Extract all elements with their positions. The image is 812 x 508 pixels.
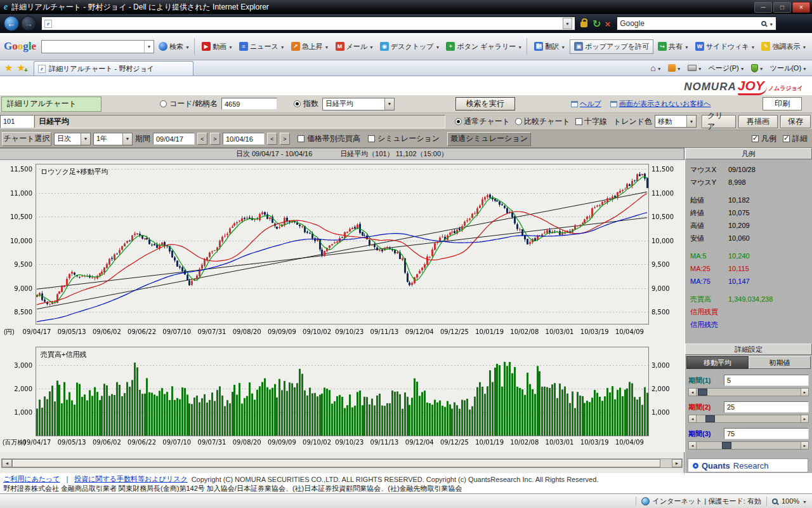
page-menu-button[interactable]: ページ(P) (706, 63, 747, 74)
print-button[interactable] (685, 64, 705, 72)
scrollbar-track[interactable] (660, 459, 672, 467)
maximize-button[interactable]: □ (773, 2, 791, 13)
gtoolbar-item-news[interactable]: ≡ ニュース (237, 41, 287, 53)
browser-tab[interactable]: 詳細リアルチャート - 野村ジョイ (34, 61, 193, 76)
gtoolbar-item-gallery[interactable]: + ボタン ギャラリー (444, 41, 524, 53)
save-button[interactable]: 保存 (780, 115, 811, 128)
minimize-button[interactable]: ─ (754, 2, 772, 13)
scrollbar-thumb[interactable] (12, 459, 660, 467)
address-dropdown-arrow[interactable] (563, 18, 572, 29)
frequency-select[interactable]: 日次 (54, 133, 91, 145)
zoom-dropdown-arrow[interactable] (802, 497, 807, 505)
period2-slider[interactable]: ◄ ► (688, 415, 809, 423)
span-select[interactable]: 1年 (93, 133, 133, 145)
gtoolbar-item-highlight[interactable]: ✎ 強調表示 (759, 41, 808, 53)
index-radio[interactable] (294, 100, 301, 107)
research-text: Research (733, 461, 769, 471)
legend-label: 終値 (690, 208, 728, 218)
compare-chart-radio[interactable] (515, 118, 522, 125)
price-band-checkbox[interactable] (298, 135, 304, 142)
help-link[interactable]: ヘルプ (580, 99, 601, 109)
slider-right-arrow[interactable]: ► (801, 388, 809, 396)
optimal-simulation-button[interactable]: 最適シミュレーション (447, 132, 531, 146)
add-favorite-icon[interactable] (16, 62, 25, 74)
allow-popup-button[interactable]: ▣ ポップアップを許可 (570, 39, 653, 54)
code-radio[interactable] (160, 100, 167, 107)
window-title: 詳細リアルチャート - 野村ジョイ - Dell により提供された Intern… (11, 2, 269, 13)
slider-left-arrow[interactable]: ◄ (688, 415, 697, 423)
slider-left-arrow[interactable]: ◄ (688, 388, 697, 396)
slider-track[interactable] (697, 415, 801, 423)
search-box[interactable]: Google (617, 17, 776, 30)
period2-input[interactable]: 25 (724, 401, 809, 413)
gtoolbar-item-mail[interactable]: M メール (334, 41, 376, 53)
terms-link[interactable]: ご利用にあたって (3, 474, 60, 484)
home-button[interactable] (648, 62, 664, 74)
date-to-prev-button[interactable]: < (267, 133, 277, 145)
period1-slider[interactable]: ◄ ► (688, 388, 809, 396)
slider-thumb[interactable] (722, 442, 731, 449)
detail-checkbox[interactable] (783, 135, 790, 142)
clear-button[interactable]: クリア (702, 115, 736, 128)
gtoolbar-item-trending[interactable]: ↗ 急上昇 (289, 41, 331, 53)
redraw-button[interactable]: 再描画 (738, 115, 778, 128)
slider-thumb[interactable] (698, 389, 707, 396)
slider-right-arrow[interactable]: ► (801, 415, 809, 423)
legend-label: 始値 (690, 196, 728, 205)
date-from-input[interactable]: 09/04/17 (153, 133, 195, 145)
date-to-next-button[interactable]: > (280, 133, 290, 145)
gtoolbar-item-video[interactable]: ▶ 動画 (200, 41, 235, 53)
refresh-button[interactable] (593, 18, 601, 30)
forward-button[interactable] (21, 16, 36, 31)
volume-chart-canvas[interactable] (0, 343, 684, 452)
price-chart-canvas[interactable] (0, 160, 684, 343)
normal-chart-radio[interactable] (455, 118, 462, 125)
gtoolbar-item-translate[interactable]: 翻 翻訳 (532, 41, 567, 53)
tab-moving-average[interactable]: 移動平均 (686, 356, 749, 369)
toolbar-search-input[interactable] (41, 40, 154, 53)
date-from-next-button[interactable]: > (210, 133, 220, 145)
tab-initial-values[interactable]: 初期値 (749, 356, 811, 369)
horizontal-scrollbar[interactable] (1, 458, 683, 468)
safety-button[interactable] (749, 64, 766, 73)
code-input[interactable]: 4659 (221, 98, 277, 110)
period3-input[interactable]: 75 (724, 428, 809, 439)
gtoolbar-item-desktop[interactable]: ◉ デスクトップ (378, 41, 442, 53)
gtoolbar-item-sidewiki[interactable]: W サイドウィキ (693, 41, 757, 53)
slider-track[interactable] (697, 441, 801, 450)
symbol-code-field[interactable]: 101 (0, 115, 34, 128)
crosshair-checkbox[interactable] (575, 118, 582, 125)
search-icon[interactable] (761, 21, 766, 26)
close-button[interactable]: × (792, 2, 810, 13)
date-from-prev-button[interactable]: < (197, 133, 207, 145)
settings-panel-header: 詳細設定 (685, 344, 812, 355)
index-select[interactable]: 日経平均 (322, 98, 395, 110)
trend-color-select[interactable]: 移動 (655, 115, 697, 128)
rss-icon (668, 64, 676, 72)
simulation-checkbox[interactable] (368, 135, 375, 142)
execute-search-button[interactable]: 検索を実行 (455, 97, 515, 110)
stop-button[interactable] (605, 18, 610, 29)
slider-right-arrow[interactable]: ► (801, 441, 809, 450)
scroll-left-button[interactable] (2, 459, 12, 467)
risk-link[interactable]: 投資に関する手数料等およびリスク (74, 474, 187, 484)
slider-thumb[interactable] (705, 415, 715, 422)
back-button[interactable] (4, 16, 19, 31)
print-page-button[interactable]: 印刷 (763, 97, 802, 110)
period1-input[interactable]: 5 (724, 375, 809, 386)
slider-track[interactable] (697, 388, 801, 396)
search-dropdown-arrow[interactable] (769, 19, 773, 28)
slider-left-arrow[interactable]: ◄ (688, 441, 697, 450)
chevron-down-icon[interactable] (144, 41, 154, 53)
feeds-button[interactable] (665, 64, 684, 72)
gtoolbar-item-search[interactable]: 検索 (157, 41, 192, 53)
period3-slider[interactable]: ◄ ► (688, 441, 809, 450)
scroll-right-button[interactable] (672, 459, 682, 467)
noview-link[interactable]: 画面が表示されないお客様へ (619, 99, 711, 109)
date-to-input[interactable]: 10/04/16 (223, 133, 265, 145)
legend-checkbox[interactable] (752, 135, 759, 142)
tools-menu-button[interactable]: ツール(O) (768, 63, 809, 74)
favorites-star-icon[interactable] (4, 62, 13, 74)
gtoolbar-item-share[interactable]: ↪ 共有 (656, 41, 691, 53)
address-bar[interactable] (41, 17, 575, 30)
